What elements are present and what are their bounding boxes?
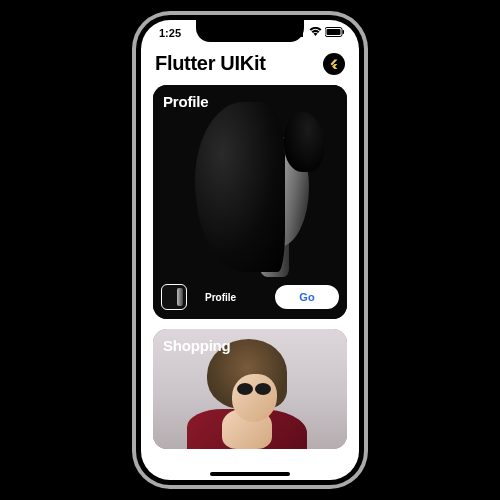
notch — [196, 20, 304, 42]
svg-rect-6 — [343, 30, 345, 34]
profile-thumbnail-icon — [161, 284, 187, 310]
card-footer: Profile Go — [161, 283, 339, 311]
screen: 1:25 Flutter UIKit — [141, 20, 359, 480]
card-footer-label: Profile — [195, 292, 267, 303]
svg-rect-5 — [327, 29, 341, 35]
card-profile[interactable]: Profile Profile Go — [153, 85, 347, 319]
page-title: Flutter UIKit — [155, 52, 266, 75]
phone-frame: 1:25 Flutter UIKit — [132, 11, 368, 489]
card-heading: Shopping — [163, 337, 231, 354]
battery-icon — [325, 27, 345, 39]
card-shopping[interactable]: Shopping — [153, 329, 347, 449]
app-header: Flutter UIKit — [141, 42, 359, 83]
phone-bezel: 1:25 Flutter UIKit — [136, 15, 364, 485]
wifi-icon — [309, 27, 322, 39]
status-time: 1:25 — [159, 27, 181, 39]
home-indicator[interactable] — [210, 472, 290, 476]
card-heading: Profile — [163, 93, 208, 110]
flutter-logo-icon[interactable] — [323, 53, 345, 75]
card-list[interactable]: Profile Profile Go — [141, 83, 359, 449]
go-button[interactable]: Go — [275, 285, 339, 309]
